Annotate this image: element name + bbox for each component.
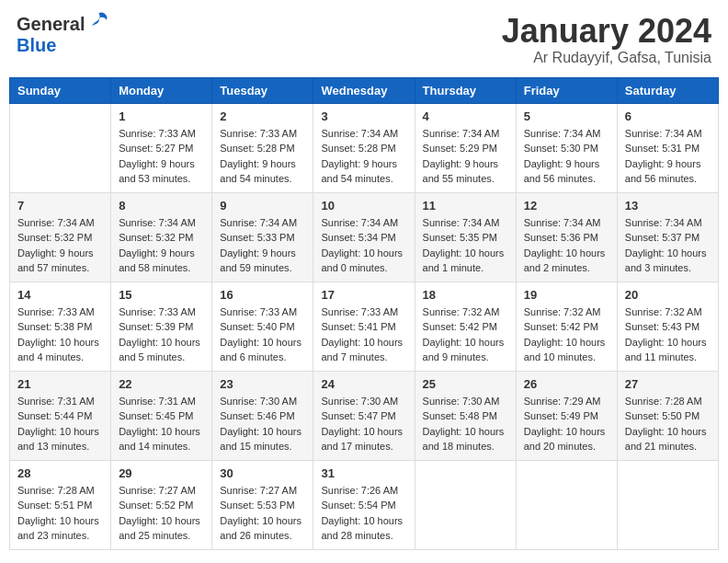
cell-info: Sunrise: 7:33 AMSunset: 5:41 PMDaylight:… — [321, 304, 406, 365]
day-number: 29 — [119, 466, 204, 480]
day-number: 30 — [220, 466, 305, 480]
col-thursday: Thursday — [415, 77, 516, 103]
day-number: 2 — [220, 109, 305, 123]
calendar-week-row: 1Sunrise: 7:33 AMSunset: 5:27 PMDaylight… — [10, 103, 719, 192]
table-row: 12Sunrise: 7:34 AMSunset: 5:36 PMDayligh… — [516, 192, 617, 282]
logo-general-text: General — [17, 14, 85, 35]
cell-info: Sunrise: 7:34 AMSunset: 5:34 PMDaylight:… — [321, 215, 406, 276]
cell-info: Sunrise: 7:34 AMSunset: 5:28 PMDaylight:… — [321, 126, 406, 187]
day-number: 13 — [625, 199, 711, 213]
cell-info: Sunrise: 7:28 AMSunset: 5:50 PMDaylight:… — [625, 394, 711, 454]
day-number: 16 — [220, 288, 305, 302]
calendar-header-row: Sunday Monday Tuesday Wednesday Thursday… — [10, 77, 719, 103]
calendar-table: Sunday Monday Tuesday Wednesday Thursday… — [9, 77, 719, 550]
table-row: 14Sunrise: 7:33 AMSunset: 5:38 PMDayligh… — [10, 282, 111, 371]
logo: General Blue — [17, 13, 112, 56]
table-row: 13Sunrise: 7:34 AMSunset: 5:37 PMDayligh… — [617, 192, 718, 282]
table-row: 11Sunrise: 7:34 AMSunset: 5:35 PMDayligh… — [415, 192, 516, 282]
table-row: 5Sunrise: 7:34 AMSunset: 5:30 PMDaylight… — [516, 103, 617, 192]
table-row: 18Sunrise: 7:32 AMSunset: 5:42 PMDayligh… — [415, 282, 516, 371]
day-number: 11 — [423, 199, 508, 213]
table-row: 31Sunrise: 7:26 AMSunset: 5:54 PMDayligh… — [313, 460, 415, 549]
cell-info: Sunrise: 7:30 AMSunset: 5:46 PMDaylight:… — [220, 394, 305, 454]
col-friday: Friday — [516, 77, 617, 103]
day-number: 21 — [17, 377, 103, 391]
table-row — [617, 460, 718, 549]
col-tuesday: Tuesday — [212, 77, 313, 103]
table-row: 7Sunrise: 7:34 AMSunset: 5:32 PMDaylight… — [10, 192, 111, 282]
location-title: Ar Rudayyif, Gafsa, Tunisia — [502, 50, 711, 66]
col-sunday: Sunday — [10, 77, 111, 103]
cell-info: Sunrise: 7:30 AMSunset: 5:48 PMDaylight:… — [423, 394, 508, 454]
cell-info: Sunrise: 7:34 AMSunset: 5:37 PMDaylight:… — [625, 215, 711, 276]
table-row: 23Sunrise: 7:30 AMSunset: 5:46 PMDayligh… — [212, 371, 313, 460]
table-row — [415, 460, 516, 549]
table-row: 28Sunrise: 7:28 AMSunset: 5:51 PMDayligh… — [10, 460, 111, 549]
col-wednesday: Wednesday — [313, 77, 415, 103]
day-number: 23 — [220, 377, 305, 391]
cell-info: Sunrise: 7:34 AMSunset: 5:31 PMDaylight:… — [625, 126, 711, 187]
day-number: 12 — [524, 199, 609, 213]
table-row: 4Sunrise: 7:34 AMSunset: 5:29 PMDaylight… — [415, 103, 516, 192]
cell-info: Sunrise: 7:34 AMSunset: 5:32 PMDaylight:… — [119, 215, 204, 276]
cell-info: Sunrise: 7:32 AMSunset: 5:42 PMDaylight:… — [423, 304, 508, 365]
cell-info: Sunrise: 7:33 AMSunset: 5:38 PMDaylight:… — [17, 304, 103, 365]
cell-info: Sunrise: 7:34 AMSunset: 5:36 PMDaylight:… — [524, 215, 609, 276]
table-row: 19Sunrise: 7:32 AMSunset: 5:42 PMDayligh… — [516, 282, 617, 371]
day-number: 27 — [625, 377, 711, 391]
day-number: 26 — [524, 377, 609, 391]
day-number: 14 — [17, 288, 103, 302]
cell-info: Sunrise: 7:34 AMSunset: 5:32 PMDaylight:… — [17, 215, 103, 276]
calendar-week-row: 21Sunrise: 7:31 AMSunset: 5:44 PMDayligh… — [10, 371, 719, 460]
cell-info: Sunrise: 7:31 AMSunset: 5:44 PMDaylight:… — [17, 394, 103, 454]
table-row: 22Sunrise: 7:31 AMSunset: 5:45 PMDayligh… — [111, 371, 212, 460]
table-row: 21Sunrise: 7:31 AMSunset: 5:44 PMDayligh… — [10, 371, 111, 460]
month-title: January 2024 — [502, 13, 711, 50]
day-number: 3 — [321, 109, 406, 123]
day-number: 1 — [119, 109, 204, 123]
day-number: 31 — [321, 466, 406, 480]
table-row: 15Sunrise: 7:33 AMSunset: 5:39 PMDayligh… — [111, 282, 212, 371]
cell-info: Sunrise: 7:27 AMSunset: 5:53 PMDaylight:… — [220, 483, 305, 544]
logo-bird-icon — [86, 9, 112, 35]
col-monday: Monday — [111, 77, 212, 103]
day-number: 19 — [524, 288, 609, 302]
table-row: 9Sunrise: 7:34 AMSunset: 5:33 PMDaylight… — [212, 192, 313, 282]
table-row: 24Sunrise: 7:30 AMSunset: 5:47 PMDayligh… — [313, 371, 415, 460]
day-number: 9 — [220, 199, 305, 213]
table-row: 8Sunrise: 7:34 AMSunset: 5:32 PMDaylight… — [111, 192, 212, 282]
table-row: 29Sunrise: 7:27 AMSunset: 5:52 PMDayligh… — [111, 460, 212, 549]
cell-info: Sunrise: 7:34 AMSunset: 5:35 PMDaylight:… — [423, 215, 508, 276]
table-row: 27Sunrise: 7:28 AMSunset: 5:50 PMDayligh… — [617, 371, 718, 460]
day-number: 10 — [321, 199, 406, 213]
day-number: 24 — [321, 377, 406, 391]
cell-info: Sunrise: 7:34 AMSunset: 5:33 PMDaylight:… — [220, 215, 305, 276]
day-number: 25 — [423, 377, 508, 391]
cell-info: Sunrise: 7:33 AMSunset: 5:28 PMDaylight:… — [220, 126, 305, 187]
page-header: General Blue January 2024 Ar Rudayyif, G… — [9, 9, 719, 70]
table-row — [516, 460, 617, 549]
table-row: 30Sunrise: 7:27 AMSunset: 5:53 PMDayligh… — [212, 460, 313, 549]
day-number: 17 — [321, 288, 406, 302]
cell-info: Sunrise: 7:34 AMSunset: 5:30 PMDaylight:… — [524, 126, 609, 187]
day-number: 15 — [119, 288, 204, 302]
day-number: 18 — [423, 288, 508, 302]
cell-info: Sunrise: 7:33 AMSunset: 5:27 PMDaylight:… — [119, 126, 204, 187]
day-number: 7 — [17, 199, 103, 213]
title-block: January 2024 Ar Rudayyif, Gafsa, Tunisia — [502, 13, 711, 66]
table-row: 3Sunrise: 7:34 AMSunset: 5:28 PMDaylight… — [313, 103, 415, 192]
day-number: 22 — [119, 377, 204, 391]
day-number: 5 — [524, 109, 609, 123]
day-number: 20 — [625, 288, 711, 302]
day-number: 28 — [17, 466, 103, 480]
cell-info: Sunrise: 7:28 AMSunset: 5:51 PMDaylight:… — [17, 483, 103, 544]
cell-info: Sunrise: 7:33 AMSunset: 5:39 PMDaylight:… — [119, 304, 204, 365]
table-row: 2Sunrise: 7:33 AMSunset: 5:28 PMDaylight… — [212, 103, 313, 192]
logo-blue-text: Blue — [17, 35, 56, 55]
table-row: 6Sunrise: 7:34 AMSunset: 5:31 PMDaylight… — [617, 103, 718, 192]
cell-info: Sunrise: 7:34 AMSunset: 5:29 PMDaylight:… — [423, 126, 508, 187]
table-row: 16Sunrise: 7:33 AMSunset: 5:40 PMDayligh… — [212, 282, 313, 371]
table-row: 10Sunrise: 7:34 AMSunset: 5:34 PMDayligh… — [313, 192, 415, 282]
table-row: 26Sunrise: 7:29 AMSunset: 5:49 PMDayligh… — [516, 371, 617, 460]
cell-info: Sunrise: 7:32 AMSunset: 5:42 PMDaylight:… — [524, 304, 609, 365]
